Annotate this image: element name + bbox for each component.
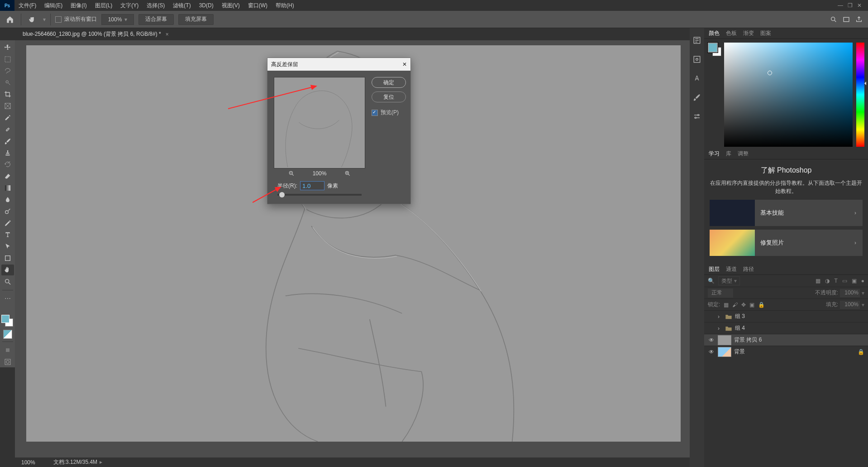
brush-tool[interactable]: [1, 136, 14, 147]
radius-input[interactable]: [300, 181, 324, 190]
zoom-out-icon[interactable]: [288, 170, 295, 177]
hue-slider[interactable]: [856, 43, 864, 147]
zoom-level[interactable]: 100% ▾: [101, 14, 134, 25]
menu-window[interactable]: 窗口(W): [244, 0, 272, 11]
hand-tool-icon[interactable]: [26, 13, 38, 26]
menu-select[interactable]: 选择(S): [143, 0, 169, 11]
zoom-in-icon[interactable]: [344, 170, 351, 177]
color-swatch[interactable]: [1, 315, 14, 327]
tab-paths[interactable]: 路径: [743, 265, 754, 273]
status-doc-size[interactable]: 文档:3.12M/35.4M: [53, 459, 97, 465]
healing-tool[interactable]: [1, 124, 14, 135]
radius-slider[interactable]: [277, 194, 362, 196]
layer-filter-search-icon[interactable]: 🔍: [708, 278, 715, 284]
quickmask-icon[interactable]: [1, 356, 14, 367]
tab-swatches[interactable]: 色板: [726, 29, 737, 37]
menu-3d[interactable]: 3D(D): [195, 0, 218, 11]
learn-card-basics[interactable]: 基本技能 ›: [710, 200, 863, 226]
edit-toolbar-icon[interactable]: ⋯: [1, 293, 14, 304]
filter-smart-icon[interactable]: ▣: [852, 278, 857, 284]
expand-icon[interactable]: ›: [718, 313, 722, 320]
eraser-tool[interactable]: [1, 171, 14, 182]
gradient-tool[interactable]: [1, 183, 14, 193]
quick-select-tool[interactable]: [1, 77, 14, 88]
opacity-input[interactable]: 100%: [840, 289, 860, 297]
eyedropper-tool[interactable]: [1, 112, 14, 123]
layer-name[interactable]: 组 4: [735, 324, 745, 332]
learn-card-retouch[interactable]: 修复照片 ›: [710, 230, 863, 256]
tab-layers[interactable]: 图层: [709, 265, 720, 273]
properties-panel-icon[interactable]: [693, 55, 701, 63]
menu-view[interactable]: 视图(V): [218, 0, 244, 11]
visibility-icon[interactable]: 👁: [708, 349, 715, 355]
window-minimize-icon[interactable]: —: [838, 2, 843, 9]
path-select-tool[interactable]: [1, 241, 14, 252]
layer-background[interactable]: 👁 背景 🔒: [704, 346, 868, 357]
tab-adjustments[interactable]: 调整: [738, 150, 749, 158]
dialog-close-icon[interactable]: ✕: [402, 61, 407, 67]
window-maximize-icon[interactable]: ❐: [848, 2, 853, 9]
blend-mode-select[interactable]: 正常: [708, 289, 733, 298]
close-tab-icon[interactable]: ×: [166, 31, 169, 38]
home-button[interactable]: [4, 13, 16, 26]
document-tab[interactable]: blue-2564660_1280.jpg @ 100% (背景 拷贝 6, R…: [18, 28, 173, 40]
caret-down-icon[interactable]: ▾: [43, 16, 46, 23]
preview-checkbox[interactable]: 预览(P): [372, 109, 406, 116]
tab-colors[interactable]: 颜色: [709, 29, 720, 37]
visibility-icon[interactable]: 👁: [708, 337, 715, 343]
character-panel-icon[interactable]: [693, 74, 701, 82]
screen-mode-icon[interactable]: [1, 345, 14, 356]
zoom-tool[interactable]: [1, 276, 14, 287]
status-zoom[interactable]: 100%: [21, 459, 35, 466]
tab-channels[interactable]: 通道: [726, 265, 737, 273]
fit-screen-button[interactable]: 适合屏幕: [138, 14, 174, 25]
lock-transparency-icon[interactable]: ▦: [724, 302, 729, 308]
menu-filter[interactable]: 滤镜(T): [169, 0, 195, 11]
window-close-icon[interactable]: ✕: [857, 2, 862, 9]
color-panel-swatch[interactable]: [708, 43, 720, 55]
lock-position-icon[interactable]: ✥: [741, 302, 746, 308]
filter-adjust-icon[interactable]: ◑: [825, 278, 830, 284]
history-panel-icon[interactable]: [693, 36, 701, 44]
layer-name[interactable]: 组 3: [735, 313, 745, 320]
brush-panel-icon[interactable]: [693, 93, 701, 101]
tab-patterns[interactable]: 图案: [760, 29, 771, 37]
filter-type-icon[interactable]: T: [834, 278, 837, 284]
default-colors-icon[interactable]: [3, 330, 12, 339]
dialog-titlebar[interactable]: 高反差保留 ✕: [267, 58, 410, 71]
ok-button[interactable]: 确定: [372, 77, 406, 88]
filter-toggle-icon[interactable]: ●: [861, 278, 864, 284]
stamp-tool[interactable]: [1, 148, 14, 159]
filter-shape-icon[interactable]: ▭: [842, 278, 847, 284]
layer-thumb[interactable]: [718, 335, 731, 345]
menu-type[interactable]: 文字(Y): [116, 0, 143, 11]
menu-file[interactable]: 文件(F): [14, 0, 40, 11]
layer-filter-kind[interactable]: 类型▾: [718, 276, 740, 285]
lock-artboard-icon[interactable]: ▣: [749, 302, 754, 308]
frame-tool[interactable]: [1, 101, 14, 111]
menu-help[interactable]: 帮助(H): [272, 0, 298, 11]
reset-button[interactable]: 复位: [372, 91, 406, 102]
tab-gradients[interactable]: 渐变: [743, 29, 754, 37]
crop-tool[interactable]: [1, 89, 14, 100]
adjustments-panel-icon[interactable]: [693, 112, 701, 120]
dialog-preview[interactable]: [274, 77, 365, 169]
hand-tool[interactable]: [1, 265, 14, 275]
dodge-tool[interactable]: [1, 206, 14, 217]
lock-pixels-icon[interactable]: 🖌: [732, 302, 738, 308]
tab-learn[interactable]: 学习: [709, 150, 720, 158]
search-icon[interactable]: [830, 16, 837, 23]
lasso-tool[interactable]: [1, 66, 14, 77]
marquee-tool[interactable]: [1, 54, 14, 65]
fill-screen-button[interactable]: 填充屏幕: [178, 14, 214, 25]
caret-right-icon[interactable]: ▸: [98, 459, 102, 465]
layer-group-4[interactable]: › 组 4: [704, 322, 868, 334]
pen-tool[interactable]: [1, 218, 14, 229]
layer-group-3[interactable]: › 组 3: [704, 310, 868, 322]
layer-name[interactable]: 背景: [734, 348, 745, 356]
type-tool[interactable]: [1, 230, 14, 241]
layer-thumb[interactable]: [718, 347, 731, 357]
lock-all-icon[interactable]: 🔒: [758, 302, 765, 308]
move-tool[interactable]: [1, 42, 14, 53]
menu-image[interactable]: 图像(I): [67, 0, 91, 11]
